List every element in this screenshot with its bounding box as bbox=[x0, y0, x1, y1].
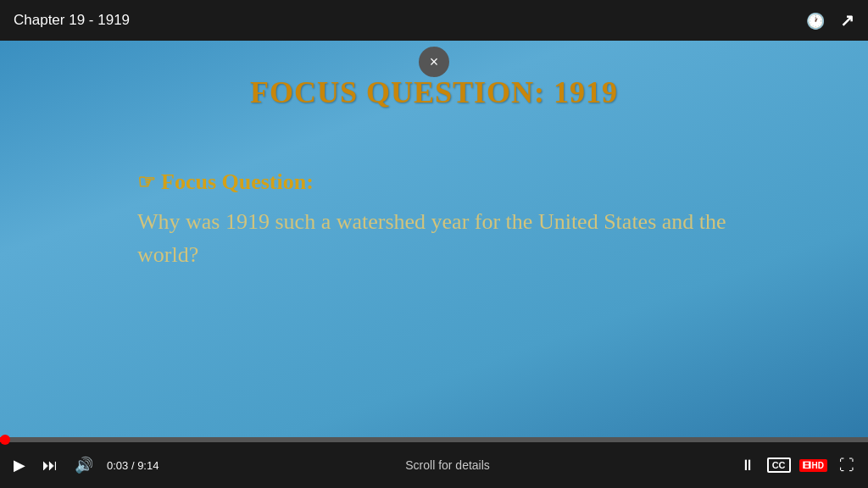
progress-bar[interactable] bbox=[0, 437, 868, 442]
focus-question: Why was 1919 such a watershed year for t… bbox=[137, 205, 731, 271]
pause-icon: ⏸ bbox=[740, 457, 755, 474]
skip-icon: ⏭ bbox=[42, 457, 58, 474]
video-area: FOCUS QUESTION: 1919 Focus Question: Why… bbox=[0, 41, 868, 437]
play-button[interactable]: ▶ bbox=[10, 454, 29, 476]
time-display: 0:03 / 9:14 bbox=[107, 459, 159, 472]
video-title: Chapter 19 - 1919 bbox=[14, 12, 130, 29]
fullscreen-button[interactable]: ⛶ bbox=[836, 455, 858, 476]
volume-icon: 🔊 bbox=[75, 456, 93, 474]
progress-fill bbox=[0, 437, 5, 442]
slide-title: FOCUS QUESTION: 1919 bbox=[250, 75, 618, 110]
history-icon[interactable] bbox=[806, 11, 825, 30]
volume-button[interactable]: 🔊 bbox=[71, 454, 97, 476]
hd-label: 🎞 bbox=[803, 461, 811, 470]
close-icon: × bbox=[430, 53, 439, 71]
focus-label: Focus Question: bbox=[137, 169, 731, 195]
fullscreen-icon: ⛶ bbox=[839, 457, 854, 474]
skip-button[interactable]: ⏭ bbox=[39, 455, 61, 476]
top-icons bbox=[806, 10, 854, 30]
top-bar: Chapter 19 - 1919 bbox=[0, 0, 868, 41]
share-icon[interactable] bbox=[840, 10, 854, 30]
pause-button[interactable]: ⏸ bbox=[737, 455, 759, 476]
hd-text: HD bbox=[812, 461, 824, 470]
play-icon: ▶ bbox=[14, 456, 25, 474]
controls-row: ▶ ⏭ 🔊 0:03 / 9:14 Scroll for details ⏸ C… bbox=[0, 442, 868, 488]
right-controls: ⏸ CC 🎞 HD ⛶ bbox=[737, 455, 858, 476]
scroll-text: Scroll for details bbox=[169, 458, 726, 472]
cc-button[interactable]: CC bbox=[767, 458, 791, 473]
controls-bar: ▶ ⏭ 🔊 0:03 / 9:14 Scroll for details ⏸ C… bbox=[0, 437, 868, 488]
slide-body: Focus Question: Why was 1919 such a wate… bbox=[137, 169, 731, 271]
close-button[interactable]: × bbox=[419, 47, 449, 77]
hd-button[interactable]: 🎞 HD bbox=[799, 459, 827, 472]
